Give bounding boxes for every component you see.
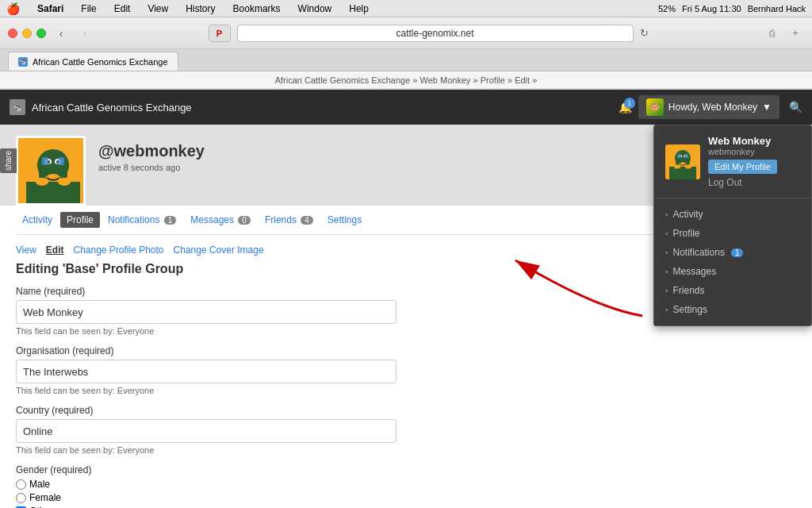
bullet-icon: •	[665, 287, 668, 295]
bullet-icon: •	[665, 229, 668, 238]
country-hint: This field can be seen by: Everyone	[16, 445, 796, 455]
dropdown-user-info: Web Monkey webmonkey Edit My Profile Log…	[708, 135, 777, 188]
notification-count: 1	[624, 98, 635, 109]
tab-messages[interactable]: Messages 0	[184, 212, 257, 228]
profile-avatar-large	[16, 136, 86, 206]
tab-friends[interactable]: Friends 4	[259, 212, 320, 228]
datetime: Fri 5 Aug 11:30	[682, 4, 741, 13]
traffic-lights	[8, 29, 46, 38]
pinterest-button[interactable]: P	[209, 25, 231, 42]
battery-indicator: 52%	[658, 4, 676, 13]
gender-male-radio[interactable]	[16, 479, 26, 490]
logout-button[interactable]: Log Out	[708, 177, 777, 188]
breadcrumb: African Cattle Genomics Exchange » Web M…	[0, 71, 812, 89]
profile-active-status: active 8 seconds ago	[98, 163, 205, 172]
notification-bell-button[interactable]: 🔔 1	[619, 101, 632, 114]
howdy-text: Howdy, Web Monkey	[668, 102, 757, 113]
country-label: Country (required)	[16, 405, 796, 416]
share-button[interactable]: ⎙	[763, 25, 780, 42]
svg-rect-19	[677, 154, 680, 158]
minimize-button[interactable]	[22, 29, 32, 38]
menubar-help[interactable]: Help	[346, 2, 372, 15]
subtab-change-photo[interactable]: Change Profile Photo	[73, 244, 163, 256]
menubar: 🍎 Safari File Edit View History Bookmark…	[0, 0, 812, 17]
dropdown-nav-messages[interactable]: • Messages	[654, 262, 811, 281]
svg-rect-23	[669, 167, 696, 179]
howdy-button[interactable]: 🐵 Howdy, Web Monkey ▼	[638, 95, 779, 119]
back-button[interactable]: ‹	[52, 25, 70, 42]
maximize-button[interactable]	[36, 29, 46, 38]
organisation-field-group: Organisation (required) This field can b…	[16, 345, 796, 395]
dropdown-nav-friends-label: Friends	[673, 285, 705, 296]
profile-info: @webmonkey active 8 seconds ago	[98, 133, 205, 172]
svg-rect-6	[42, 157, 48, 165]
menubar-window[interactable]: Window	[295, 2, 335, 15]
user-name: Bernhard Hack	[748, 4, 806, 13]
svg-rect-20	[685, 154, 688, 158]
svg-rect-7	[58, 157, 64, 165]
close-button[interactable]	[8, 29, 17, 38]
tab-notifications[interactable]: Notifications 1	[102, 212, 182, 228]
site-header: 🐄 African Cattle Genomics Exchange 🔔 1 🐵…	[0, 90, 812, 125]
edit-my-profile-button[interactable]: Edit My Profile	[708, 160, 777, 174]
dropdown-nav-notifications[interactable]: • Notifications 1	[654, 243, 811, 262]
dropdown-nav-profile[interactable]: • Profile	[654, 224, 811, 243]
svg-point-25	[685, 164, 691, 168]
apple-menu[interactable]: 🍎	[6, 2, 20, 15]
dropdown-nav-activity-label: Activity	[673, 209, 703, 220]
subtab-change-cover[interactable]: Change Cover Image	[174, 244, 264, 256]
share-button[interactable]: share	[0, 148, 17, 173]
messages-badge: 0	[238, 216, 251, 225]
tab-settings[interactable]: Settings	[321, 212, 368, 228]
menubar-history[interactable]: History	[182, 2, 218, 15]
dropdown-nav-settings[interactable]: • Settings	[654, 300, 811, 319]
name-input[interactable]	[16, 300, 396, 324]
user-dropdown-menu: Web Monkey webmonkey Edit My Profile Log…	[653, 125, 812, 326]
browser-tabs: 🐄 African Cattle Genomics Exchange	[0, 49, 812, 71]
refresh-button[interactable]: ↻	[640, 27, 649, 39]
address-bar[interactable]: cattle-genomix.net	[237, 25, 634, 42]
menubar-view[interactable]: View	[144, 2, 171, 15]
tab-title: African Cattle Genomics Exchange	[33, 57, 168, 67]
gender-female-radio[interactable]	[16, 493, 26, 503]
dropdown-nav-friends[interactable]: • Friends	[654, 281, 811, 300]
menubar-file[interactable]: File	[78, 2, 99, 15]
organisation-input[interactable]	[16, 360, 396, 383]
tab-activity[interactable]: Activity	[16, 212, 59, 228]
new-tab-button[interactable]: ＋	[787, 25, 804, 42]
notifications-badge: 1	[164, 216, 177, 225]
site-title: African Cattle Genomics Exchange	[32, 102, 192, 114]
dropdown-nav-messages-label: Messages	[673, 266, 717, 277]
browser-chrome: ‹ › P cattle-genomix.net ↻ ⎙ ＋ 🐄 African…	[0, 17, 812, 90]
gender-male-option: Male	[16, 479, 796, 490]
site-header-right: 🔔 1 🐵 Howdy, Web Monkey ▼ 🔍	[619, 95, 802, 119]
menubar-edit[interactable]: Edit	[111, 2, 134, 15]
country-input[interactable]	[16, 419, 396, 443]
browser-toolbar: ‹ › P cattle-genomix.net ↻ ⎙ ＋	[0, 17, 812, 49]
menubar-safari[interactable]: Safari	[34, 2, 67, 15]
organisation-hint: This field can be seen by: Everyone	[16, 386, 796, 395]
menubar-right: 52% Fri 5 Aug 11:30 Bernhard Hack	[658, 4, 806, 13]
dropdown-notifications-badge: 1	[731, 248, 744, 257]
site-wrapper: 🐄 African Cattle Genomics Exchange 🔔 1 🐵…	[0, 90, 812, 508]
dropdown-nav: • Activity • Profile • Notifications 1 •…	[654, 198, 811, 325]
dropdown-handle: webmonkey	[708, 147, 777, 156]
subtab-view[interactable]: View	[16, 244, 36, 256]
forward-button[interactable]: ›	[76, 25, 94, 42]
name-hint: This field can be seen by: Everyone	[16, 326, 796, 336]
svg-rect-10	[26, 182, 80, 206]
subtab-edit[interactable]: Edit	[46, 244, 64, 256]
active-tab[interactable]: 🐄 African Cattle Genomics Exchange	[8, 52, 178, 71]
svg-point-12	[58, 178, 71, 186]
dropdown-nav-activity[interactable]: • Activity	[654, 205, 811, 224]
breadcrumb-text: African Cattle Genomics Exchange » Web M…	[275, 75, 538, 85]
dropdown-nav-settings-label: Settings	[673, 304, 707, 315]
dropdown-nav-profile-label: Profile	[673, 228, 700, 239]
bullet-icon: •	[665, 210, 668, 219]
menubar-bookmarks[interactable]: Bookmarks	[230, 2, 284, 15]
search-icon[interactable]: 🔍	[789, 101, 802, 114]
svg-point-24	[674, 164, 680, 168]
tab-profile[interactable]: Profile	[60, 212, 100, 228]
howdy-chevron-icon: ▼	[762, 102, 772, 113]
header-avatar: 🐵	[646, 98, 664, 116]
